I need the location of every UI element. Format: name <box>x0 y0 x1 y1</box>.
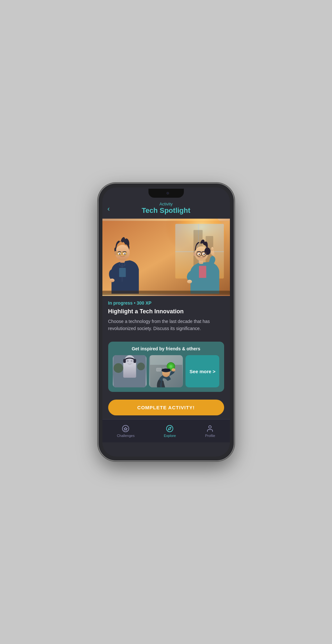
svg-point-30 <box>203 254 204 255</box>
page-header: ‹ Activity Tech Spotlight <box>102 199 230 219</box>
svg-rect-19 <box>199 266 206 278</box>
svg-point-48 <box>170 365 172 367</box>
inspiration-card: Get inspired by friends & others <box>108 342 224 392</box>
svg-point-55 <box>122 425 129 432</box>
svg-point-31 <box>211 247 213 251</box>
status-text: In progress • 300 XP <box>108 300 224 306</box>
svg-rect-33 <box>102 291 230 295</box>
content-section: In progress • 300 XP Highlight a Tech In… <box>102 296 230 342</box>
explore-icon <box>166 425 174 432</box>
svg-rect-49 <box>156 368 161 371</box>
camera <box>166 192 169 194</box>
phone-device: ‹ Activity Tech Spotlight <box>99 184 234 460</box>
header-activity-label: Activity <box>109 202 223 206</box>
svg-point-58 <box>209 426 211 428</box>
profile-label: Profile <box>205 434 215 438</box>
svg-point-16 <box>119 253 120 255</box>
notch <box>148 189 184 198</box>
phone-screen: ‹ Activity Tech Spotlight <box>102 187 230 457</box>
svg-point-43 <box>137 363 145 370</box>
svg-point-54 <box>171 368 175 372</box>
see-more-button[interactable]: See more > <box>185 355 219 387</box>
inspiration-card-title: Get inspired by friends & others <box>113 346 220 351</box>
challenges-icon <box>122 425 129 432</box>
status-bar <box>102 187 230 199</box>
activity-title: Highlight a Tech Innovation <box>108 308 224 315</box>
challenges-label: Challenges <box>117 434 135 438</box>
hero-illustration <box>102 219 230 296</box>
screen-content: ‹ Activity Tech Spotlight <box>102 199 230 457</box>
bottom-navigation: Challenges Explore Profile <box>102 419 230 442</box>
profile-icon <box>206 425 214 432</box>
svg-rect-7 <box>119 268 126 277</box>
svg-point-37 <box>124 355 135 367</box>
svg-rect-53 <box>162 369 170 371</box>
nav-item-challenges[interactable]: Challenges <box>112 423 140 439</box>
inspiration-images: See more > <box>113 355 220 387</box>
svg-rect-39 <box>133 359 136 363</box>
svg-rect-38 <box>123 359 126 363</box>
header-title: Tech Spotlight <box>109 206 223 215</box>
svg-point-22 <box>204 248 210 255</box>
back-button[interactable]: ‹ <box>108 205 110 213</box>
svg-point-29 <box>198 254 200 255</box>
cta-section: COMPLETE ACTIVITY! <box>102 397 230 419</box>
nav-item-profile[interactable]: Profile <box>200 423 220 439</box>
nav-item-explore[interactable]: Explore <box>159 423 181 439</box>
explore-label: Explore <box>164 434 176 438</box>
svg-rect-45 <box>150 355 182 365</box>
inspiration-image-2[interactable] <box>149 355 183 387</box>
svg-point-17 <box>124 253 125 255</box>
svg-point-32 <box>187 280 192 283</box>
svg-point-41 <box>130 360 132 362</box>
svg-marker-57 <box>168 427 171 430</box>
svg-point-23 <box>193 252 196 256</box>
svg-point-56 <box>166 425 173 432</box>
svg-point-42 <box>113 363 123 373</box>
see-more-text: See more > <box>190 369 215 374</box>
svg-point-40 <box>127 360 128 362</box>
hero-image <box>102 219 230 296</box>
inspiration-image-1[interactable] <box>113 355 147 387</box>
complete-activity-button[interactable]: COMPLETE ACTIVITY! <box>108 400 224 415</box>
activity-description: Choose a technology from the last decade… <box>108 318 224 332</box>
svg-point-18 <box>109 279 114 282</box>
